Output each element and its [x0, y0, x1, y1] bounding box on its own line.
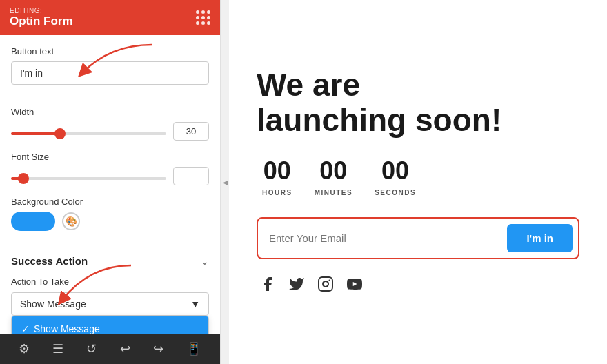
width-slider-wrap: [11, 125, 166, 138]
bg-color-label: Background Color: [11, 196, 209, 207]
section-divider: [11, 245, 209, 245]
heading-line2: launching soon!: [257, 102, 501, 138]
checkmark-icon: ✓: [21, 323, 30, 334]
social-row: [259, 276, 363, 296]
hours-label: HOURS: [262, 189, 292, 196]
font-size-slider-wrap: [11, 170, 166, 183]
history-icon[interactable]: ↺: [81, 338, 102, 359]
youtube-icon[interactable]: [346, 276, 363, 296]
font-size-slider[interactable]: [11, 177, 166, 180]
submit-button[interactable]: I'm in: [507, 224, 573, 252]
editing-label: EDITING:: [10, 7, 73, 14]
facebook-icon[interactable]: [259, 276, 276, 296]
success-action-title: Success Action: [11, 255, 88, 267]
options-dots-button[interactable]: [196, 10, 210, 25]
mobile-icon[interactable]: 📱: [181, 338, 207, 359]
bg-color-row: 🎨: [11, 212, 209, 231]
heading-line1: We are: [257, 67, 360, 103]
action-to-take-label: Action To Take: [11, 276, 209, 287]
button-text-label: Button text: [11, 46, 209, 57]
panel-collapse-handle[interactable]: ◀: [221, 0, 229, 364]
email-input[interactable]: [269, 232, 500, 244]
svg-rect-0: [319, 277, 332, 291]
font-size-field-group: Font Size: [11, 152, 209, 185]
bg-color-field-group: Background Color 🎨: [11, 196, 209, 231]
dropdown-trigger[interactable]: Show Message ▼: [11, 292, 209, 316]
dropdown-menu: ✓ Show Message Redirect: [11, 316, 209, 334]
width-slider-row: [11, 122, 209, 141]
countdown-minutes: 00 MINUTES: [315, 156, 353, 198]
bottom-toolbar: ⚙ ☰ ↺ ↩ ↪ 📱: [0, 334, 220, 364]
font-size-value-input[interactable]: [173, 167, 209, 185]
chevron-down-icon[interactable]: ⌄: [201, 256, 209, 267]
panel-body: Button text Width Font Size: [0, 35, 220, 334]
hours-number: 00: [262, 156, 292, 185]
header-text-group: EDITING: Optin Form: [10, 7, 73, 28]
instagram-icon[interactable]: [317, 276, 334, 296]
countdown-hours: 00 HOURS: [262, 156, 292, 198]
success-action-section-header: Success Action ⌄: [11, 255, 209, 267]
twitter-icon[interactable]: [288, 276, 305, 296]
width-slider[interactable]: [11, 132, 166, 135]
seconds-number: 00: [375, 156, 416, 185]
width-value-input[interactable]: [173, 122, 209, 141]
dropdown-arrow-icon: ▼: [190, 299, 200, 310]
redo-icon[interactable]: ↪: [148, 338, 169, 359]
right-panel: We are launching soon! 00 HOURS 00 MINUT…: [229, 0, 607, 364]
font-size-slider-row: [11, 167, 209, 185]
button-text-field-group: Button text: [11, 46, 209, 96]
seconds-label: SECONDS: [375, 189, 416, 196]
minutes-label: MINUTES: [315, 189, 353, 196]
countdown-row: 00 HOURS 00 MINUTES 00 SECONDS: [262, 156, 416, 198]
layers-icon[interactable]: ☰: [47, 338, 69, 359]
action-dropdown[interactable]: Show Message ▼ ✓ Show Message Redirect: [11, 292, 209, 316]
settings-icon[interactable]: ⚙: [13, 338, 35, 359]
width-field-group: Width: [11, 107, 209, 141]
font-size-label: Font Size: [11, 152, 209, 162]
undo-icon[interactable]: ↩: [115, 338, 136, 359]
minutes-number: 00: [315, 156, 353, 185]
collapse-arrow-icon: ◀: [223, 179, 228, 186]
color-pill-button[interactable]: [11, 212, 55, 231]
main-heading: We are launching soon!: [257, 68, 501, 137]
dropdown-selected-value: Show Message: [20, 299, 86, 310]
width-label: Width: [11, 107, 209, 117]
dropdown-item-show-message[interactable]: ✓ Show Message: [12, 316, 208, 334]
panel-title: Optin Form: [10, 14, 73, 28]
countdown-seconds: 00 SECONDS: [375, 156, 416, 198]
show-message-label: Show Message: [34, 323, 100, 334]
color-wheel-icon[interactable]: 🎨: [62, 212, 80, 230]
button-text-input[interactable]: [11, 61, 209, 85]
email-form-box: I'm in: [257, 217, 579, 259]
panel-header: EDITING: Optin Form: [0, 0, 220, 35]
left-panel: EDITING: Optin Form Button text Width: [0, 0, 221, 364]
